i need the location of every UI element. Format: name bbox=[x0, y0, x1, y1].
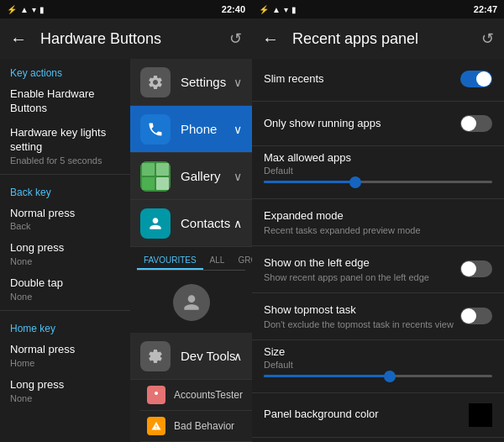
dev-tool-accounts[interactable]: AccountsTester bbox=[140, 380, 252, 411]
panel-bg-swatch[interactable] bbox=[469, 403, 492, 427]
r-bluetooth-icon: ⚡ bbox=[259, 5, 269, 14]
only-running-knob bbox=[461, 116, 476, 131]
back-double[interactable]: Double tap None bbox=[0, 271, 130, 307]
left-panel-body: Key actions Enable Hardware Buttons Hard… bbox=[0, 59, 252, 442]
phone-app-name: Phone bbox=[181, 122, 217, 136]
right-content: Slim recents Only show running apps Max … bbox=[252, 59, 504, 442]
tab-groups[interactable]: GROUPS bbox=[231, 252, 252, 270]
home-long[interactable]: Long press None bbox=[0, 373, 130, 408]
wifi-icon: ▾ bbox=[32, 5, 36, 14]
contacts-app-icon bbox=[140, 208, 171, 239]
back-long[interactable]: Long press None bbox=[0, 236, 130, 271]
divider-1 bbox=[0, 174, 130, 175]
app-phone[interactable]: Phone ∨ bbox=[130, 106, 252, 153]
expanded-mode-row: Expanded mode Recent tasks expanded prev… bbox=[252, 201, 504, 244]
max-apps-label: Max allowed apps bbox=[264, 151, 492, 164]
topmost-task-sub: Don't exclude the topmost task in recent… bbox=[264, 319, 460, 329]
size-label: Size bbox=[264, 345, 492, 358]
left-back-button[interactable]: ← bbox=[10, 29, 27, 49]
r-wifi-icon: ▾ bbox=[284, 5, 288, 14]
slim-recents-knob bbox=[476, 71, 491, 87]
back-normal-sub: Back bbox=[10, 221, 120, 231]
panel-bg-title: Panel background color bbox=[264, 408, 469, 422]
hw-lights-title: Hardware key lights setting bbox=[10, 126, 120, 155]
left-header: ← Hardware Buttons ↺ bbox=[0, 18, 252, 59]
max-apps-thumb[interactable] bbox=[349, 176, 361, 188]
max-apps-row: Max allowed apps Default bbox=[252, 148, 504, 197]
left-panel: ⚡ ▲ ▾ ▮ 22:40 ← Hardware Buttons ↺ Key a… bbox=[0, 0, 252, 442]
right-panel: ⚡ ▲ ▾ ▮ 22:47 ← Recent apps panel ↺ Slim… bbox=[252, 0, 504, 442]
left-edge-knob bbox=[461, 261, 476, 276]
svg-rect-1 bbox=[142, 163, 155, 176]
slim-recents-info: Slim recents bbox=[264, 72, 460, 87]
expanded-mode-title: Expanded mode bbox=[264, 209, 492, 224]
hw-lights-subtitle: Enabled for 5 seconds bbox=[10, 155, 120, 166]
tab-all[interactable]: ALL bbox=[203, 252, 232, 270]
battery-icon: ▮ bbox=[39, 5, 45, 14]
dev-tool-accounts-label: AccountsTester bbox=[174, 389, 243, 401]
app-contacts[interactable]: Contacts ∧ bbox=[130, 200, 252, 247]
panel-bg-info: Panel background color bbox=[264, 408, 469, 422]
home-normal-title: Normal press bbox=[10, 343, 120, 357]
hw-lights-setting[interactable]: Hardware key lights setting Enabled for … bbox=[0, 121, 130, 171]
dev-tool-bad[interactable]: Bad Behavior bbox=[140, 411, 252, 442]
enable-hw-title: Enable Hardware Buttons bbox=[10, 87, 120, 116]
settings-app-name: Settings bbox=[181, 75, 226, 89]
settings-app-icon bbox=[140, 67, 171, 97]
max-apps-track[interactable] bbox=[264, 181, 492, 183]
tab-favourites[interactable]: FAVOURITES bbox=[137, 252, 203, 270]
topmost-task-row: Show topmost task Don't exclude the topm… bbox=[252, 295, 504, 338]
app-gallery[interactable]: Gallery ∨ bbox=[130, 153, 252, 200]
settings-list: Key actions Enable Hardware Buttons Hard… bbox=[0, 59, 130, 442]
contacts-app-name: Contacts bbox=[181, 216, 230, 230]
left-reset-icon[interactable]: ↺ bbox=[229, 29, 242, 48]
slim-recents-toggle[interactable] bbox=[460, 71, 492, 87]
svg-rect-4 bbox=[156, 177, 169, 190]
div-1 bbox=[252, 101, 504, 102]
size-track[interactable] bbox=[264, 375, 492, 377]
home-long-sub: None bbox=[10, 393, 120, 403]
left-status-bar: ⚡ ▲ ▾ ▮ 22:40 bbox=[0, 0, 252, 18]
div-8 bbox=[252, 437, 504, 438]
max-apps-fill bbox=[264, 181, 355, 183]
div-7 bbox=[252, 392, 504, 393]
app-devtools[interactable]: Dev Tools ∧ bbox=[130, 333, 252, 380]
back-normal-title: Normal press bbox=[10, 207, 120, 221]
only-running-info: Only show running apps bbox=[264, 117, 460, 131]
app-settings[interactable]: Settings ∨ bbox=[130, 59, 252, 106]
enable-hw-buttons[interactable]: Enable Hardware Buttons bbox=[0, 82, 130, 121]
left-edge-title: Show on the left edge bbox=[264, 256, 460, 271]
section-home-key: Home key bbox=[0, 314, 130, 338]
size-thumb[interactable] bbox=[384, 371, 396, 382]
devtools-app-icon bbox=[140, 341, 171, 371]
section-back-key: Back key bbox=[0, 178, 130, 202]
right-header: ← Recent apps panel ↺ bbox=[252, 18, 504, 59]
app-list: Settings ∨ Phone ∨ bbox=[130, 59, 252, 442]
max-apps-sub: Default bbox=[264, 166, 492, 176]
topmost-task-toggle[interactable] bbox=[460, 308, 492, 324]
divider-2 bbox=[0, 310, 130, 311]
only-running-title: Only show running apps bbox=[264, 117, 460, 131]
svg-rect-3 bbox=[142, 177, 155, 190]
topmost-task-info: Show topmost task Don't exclude the topm… bbox=[264, 303, 460, 329]
right-status-bar: ⚡ ▲ ▾ ▮ 22:47 bbox=[252, 0, 504, 18]
avatar bbox=[173, 284, 210, 321]
only-running-toggle[interactable] bbox=[460, 115, 492, 132]
expanded-mode-sub: Recent tasks expanded preview mode bbox=[264, 225, 492, 235]
contacts-avatar-area bbox=[137, 277, 245, 328]
left-header-title: Hardware Buttons bbox=[40, 30, 229, 48]
home-normal[interactable]: Normal press Home bbox=[0, 338, 130, 373]
left-edge-toggle[interactable] bbox=[460, 260, 492, 277]
devtools-chevron: ∧ bbox=[234, 350, 242, 363]
right-back-button[interactable]: ← bbox=[262, 29, 279, 49]
right-reset-icon[interactable]: ↺ bbox=[481, 29, 494, 48]
right-header-title: Recent apps panel bbox=[292, 30, 481, 48]
back-double-title: Double tap bbox=[10, 276, 120, 291]
div-2 bbox=[252, 145, 504, 146]
contacts-expanded: FAVOURITES ALL GROUPS bbox=[130, 247, 252, 333]
back-long-title: Long press bbox=[10, 241, 120, 255]
topmost-task-title: Show topmost task bbox=[264, 303, 460, 318]
right-status-icons: ⚡ ▲ ▾ ▮ bbox=[259, 5, 297, 14]
left-time: 22:40 bbox=[222, 4, 245, 14]
back-normal[interactable]: Normal press Back bbox=[0, 202, 130, 237]
